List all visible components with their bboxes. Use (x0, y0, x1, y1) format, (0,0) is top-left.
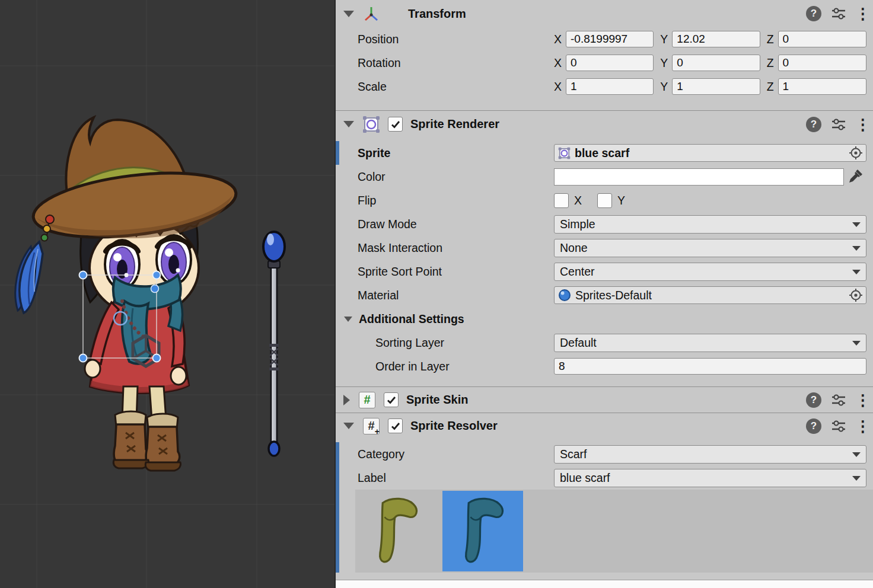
sprite-row: Sprite blue scarf (336, 141, 873, 165)
component-title: Transform (408, 7, 466, 21)
position-y-input[interactable] (672, 31, 760, 47)
foldout-open-icon[interactable] (343, 121, 354, 127)
kebab-menu-icon[interactable]: ⋮ (855, 6, 864, 21)
chevron-down-icon (852, 476, 861, 481)
object-picker-icon[interactable] (849, 146, 863, 160)
enable-checkbox[interactable] (388, 418, 403, 433)
material-icon (558, 289, 571, 302)
color-swatch[interactable] (554, 168, 844, 186)
sprite-label: Sprite (336, 146, 554, 160)
position-z-input[interactable] (778, 31, 866, 47)
sprite-row-selection-indicator (336, 141, 339, 165)
flip-row: Flip X Y (336, 188, 873, 212)
sorting-layer-value: Default (560, 336, 597, 350)
sprite-skin-header: # Sprite Skin ? ⋮ (336, 386, 873, 413)
selection-handle (153, 271, 161, 279)
order-in-layer-input[interactable] (554, 358, 866, 375)
preset-icon[interactable] (831, 7, 846, 20)
green-scarf-thumbnail[interactable] (356, 491, 437, 571)
sprite-sort-point-dropdown[interactable]: Center (554, 263, 866, 281)
category-dropdown[interactable]: Scarf (554, 445, 866, 464)
selection-handle (79, 271, 87, 279)
sprite-resolver-header: #+ Sprite Resolver ? ⋮ (336, 413, 873, 439)
mask-interaction-label: Mask Interaction (336, 241, 554, 255)
scale-z-input[interactable] (778, 78, 866, 95)
sprite-sort-point-value: Center (560, 265, 595, 279)
foldout-open-icon[interactable] (344, 317, 352, 322)
foldout-closed-icon[interactable] (343, 395, 350, 405)
preset-icon[interactable] (831, 118, 846, 131)
chevron-down-icon (852, 270, 861, 274)
color-row: Color (336, 165, 873, 188)
rotation-x-input[interactable] (566, 55, 654, 71)
preset-icon[interactable] (831, 394, 846, 407)
component-title: Sprite Skin (406, 393, 468, 407)
enable-checkbox[interactable] (388, 117, 403, 132)
foldout-open-icon[interactable] (343, 11, 354, 17)
mask-interaction-value: None (560, 241, 588, 255)
right-eye (157, 235, 191, 284)
kebab-menu-icon[interactable]: ⋮ (855, 418, 864, 434)
draw-mode-value: Simple (560, 218, 595, 231)
help-icon[interactable]: ? (806, 418, 821, 434)
flip-label: Flip (336, 194, 554, 207)
selection-handle (153, 354, 161, 362)
material-object-field[interactable]: Sprites-Default (554, 286, 866, 304)
kebab-menu-icon[interactable]: ⋮ (855, 392, 864, 408)
sprite-object-field[interactable]: blue scarf (554, 144, 866, 162)
sprite-resolver-icon: #+ (362, 417, 381, 436)
sorting-layer-dropdown[interactable]: Default (554, 334, 866, 352)
order-in-layer-label: Order in Layer (336, 360, 554, 373)
help-icon[interactable]: ? (806, 117, 821, 132)
preset-icon[interactable] (831, 420, 846, 433)
help-icon[interactable]: ? (806, 392, 821, 408)
draw-mode-row: Draw Mode Simple (336, 212, 873, 236)
enable-checkbox[interactable] (384, 392, 399, 407)
y-axis-label: Y (660, 33, 668, 46)
sprite-value: blue scarf (575, 146, 845, 160)
sorting-layer-row: Sorting Layer Default (336, 331, 873, 354)
material-value: Sprites-Default (575, 289, 845, 302)
transform-icon (362, 4, 381, 23)
label-dropdown[interactable]: blue scarf (554, 469, 866, 487)
rotation-z-input[interactable] (778, 55, 866, 71)
kebab-menu-icon[interactable]: ⋮ (855, 117, 864, 132)
blue-scarf-thumbnail[interactable] (442, 491, 523, 571)
chevron-down-icon (852, 246, 861, 251)
y-axis-label: Y (660, 56, 668, 70)
scale-label: Scale (336, 80, 554, 94)
z-axis-label: Z (767, 56, 774, 70)
draw-mode-label: Draw Mode (336, 218, 554, 231)
asset-preview-bar (336, 580, 873, 588)
scale-x-input[interactable] (566, 78, 654, 95)
rotation-y-input[interactable] (672, 55, 760, 71)
scale-y-input[interactable] (672, 78, 760, 95)
label-value: blue scarf (560, 471, 610, 485)
sorting-layer-label: Sorting Layer (336, 336, 554, 350)
scene-view[interactable] (0, 0, 334, 588)
flip-y-checkbox[interactable] (597, 193, 612, 208)
resolver-selection-indicator (336, 442, 339, 573)
selection-handle (79, 354, 87, 362)
position-x-input[interactable] (566, 31, 654, 47)
sprite-renderer-icon (362, 115, 381, 134)
y-axis-label: Y (660, 80, 668, 94)
scene-canvas[interactable] (0, 0, 334, 588)
sprite-renderer-header: Sprite Renderer ? ⋮ (336, 110, 873, 138)
foldout-open-icon[interactable] (343, 423, 354, 429)
component-title: Sprite Renderer (410, 117, 499, 131)
inspector-panel: Transform ? ⋮ Position X Y Z Rotation X … (334, 0, 873, 588)
sprite-icon (558, 147, 571, 159)
rotation-row: Rotation X Y Z (336, 51, 873, 75)
object-picker-icon[interactable] (849, 288, 863, 302)
flip-x-checkbox[interactable] (554, 193, 569, 208)
help-icon[interactable]: ? (806, 6, 821, 21)
label-label: Label (336, 471, 554, 485)
draw-mode-dropdown[interactable]: Simple (554, 215, 866, 234)
mask-interaction-dropdown[interactable]: None (554, 239, 866, 257)
eyedropper-icon[interactable] (844, 168, 866, 186)
additional-settings-label: Additional Settings (359, 312, 464, 326)
label-row: Label blue scarf (336, 466, 873, 490)
z-axis-label: Z (767, 80, 774, 94)
x-axis-label: X (554, 56, 562, 70)
